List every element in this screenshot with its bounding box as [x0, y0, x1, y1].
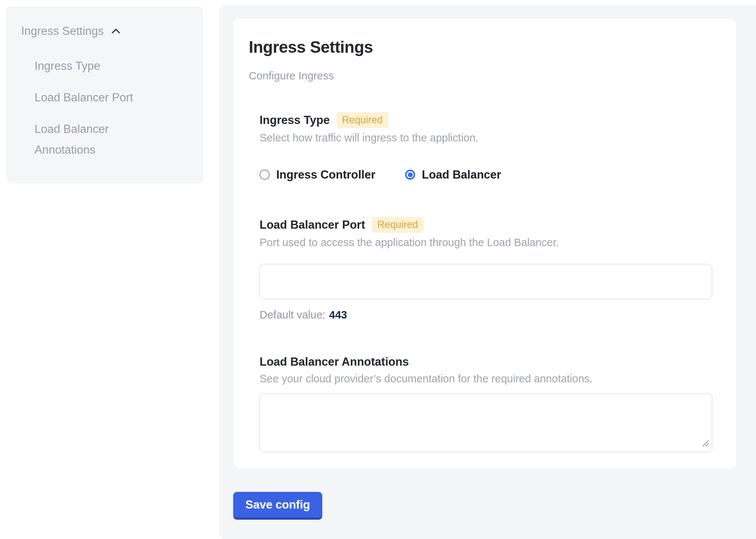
- sidebar-item-load-balancer-port[interactable]: Load Balancer Port: [35, 87, 172, 108]
- radio-option-ingress-controller[interactable]: Ingress Controller: [260, 167, 375, 182]
- chevron-up-icon: [110, 25, 122, 37]
- radio-option-load-balancer[interactable]: Load Balancer: [405, 167, 501, 182]
- load-balancer-annotations-label-row: Load Balancer Annotations: [260, 355, 714, 369]
- save-config-button[interactable]: Save config: [233, 492, 322, 520]
- load-balancer-annotations-section: Load Balancer Annotations See your cloud…: [260, 355, 714, 452]
- sidebar-item-ingress-type[interactable]: Ingress Type: [35, 56, 172, 76]
- load-balancer-annotations-description: See your cloud provider’s documentation …: [260, 372, 714, 385]
- required-badge: Required: [372, 217, 424, 233]
- load-balancer-port-label-row: Load Balancer Port Required: [260, 217, 714, 233]
- load-balancer-annotations-textarea-wrap: [260, 393, 712, 452]
- ingress-settings-card: Ingress Settings Configure Ingress Ingre…: [233, 19, 736, 469]
- radio-button-icon[interactable]: [405, 170, 415, 180]
- radio-button-icon[interactable]: [260, 170, 270, 180]
- resize-handle-icon[interactable]: [701, 439, 710, 449]
- sidebar-item-list: Ingress Type Load Balancer Port Load Bal…: [35, 56, 193, 160]
- default-value-number: 443: [329, 308, 347, 321]
- form-sections: Ingress Type Required Select how traffic…: [260, 112, 714, 452]
- radio-label: Load Balancer: [422, 167, 501, 182]
- load-balancer-port-description: Port used to access the application thro…: [260, 236, 714, 249]
- sidebar-item-load-balancer-annotations[interactable]: Load Balancer Annotations: [35, 119, 172, 160]
- default-value-row: Default value: 443: [260, 308, 714, 321]
- ingress-type-radio-group: Ingress Controller Load Balancer: [260, 167, 714, 182]
- load-balancer-port-section: Load Balancer Port Required Port used to…: [260, 217, 714, 321]
- config-panel: Ingress Settings Configure Ingress Ingre…: [219, 5, 756, 539]
- ingress-type-description: Select how traffic will ingress to the a…: [260, 131, 714, 144]
- page-subtitle: Configure Ingress: [249, 71, 714, 81]
- page-title: Ingress Settings: [249, 39, 714, 55]
- radio-label: Ingress Controller: [276, 167, 375, 182]
- sidebar-section-ingress-settings[interactable]: Ingress Settings: [21, 24, 193, 39]
- ingress-type-label-row: Ingress Type Required: [260, 112, 714, 128]
- load-balancer-port-input[interactable]: [260, 264, 712, 299]
- load-balancer-port-label: Load Balancer Port: [260, 218, 365, 232]
- load-balancer-annotations-textarea[interactable]: [260, 393, 712, 452]
- ingress-type-section: Ingress Type Required Select how traffic…: [260, 112, 714, 182]
- required-badge: Required: [336, 112, 388, 128]
- ingress-type-label: Ingress Type: [260, 113, 330, 127]
- default-value-label: Default value:: [260, 308, 325, 321]
- load-balancer-annotations-label: Load Balancer Annotations: [260, 355, 409, 369]
- settings-nav-sidebar: Ingress Settings Ingress Type Load Balan…: [6, 6, 203, 183]
- sidebar-section-label: Ingress Settings: [21, 24, 104, 39]
